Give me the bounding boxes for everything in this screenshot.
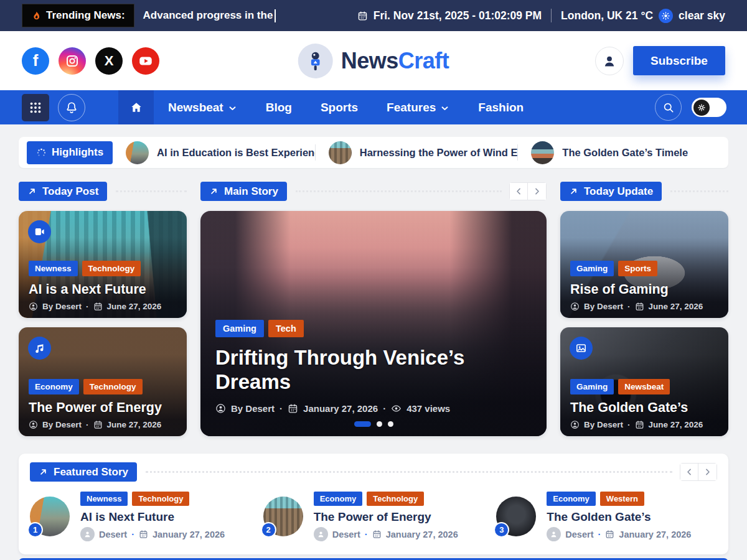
- main-story-card[interactable]: Gaming Tech Drifting Through Venice’s Dr…: [200, 211, 547, 436]
- nav-item-fashion[interactable]: Fashion: [464, 90, 538, 124]
- article-card-ai-next-future[interactable]: Newness Technology AI is a Next Future B…: [19, 211, 187, 318]
- user-account-button[interactable]: [595, 47, 624, 75]
- category-badge[interactable]: Technology: [132, 492, 189, 506]
- trending-headline[interactable]: Advanced progress in the: [143, 9, 276, 22]
- category-badge[interactable]: Economy: [547, 492, 596, 506]
- x-twitter-icon[interactable]: X: [95, 47, 123, 75]
- arrow-up-right-icon: [39, 467, 48, 477]
- ticker-item[interactable]: AI in Education is Best Experiences: [113, 141, 315, 164]
- ticker-item[interactable]: The Golden Gate’s Timele: [518, 141, 720, 164]
- highlights-button[interactable]: Highlights: [27, 141, 113, 164]
- nav-item-newsbeat[interactable]: Newsbeat: [154, 90, 251, 124]
- featured-thumbnail: 2: [263, 497, 303, 536]
- featured-item-1[interactable]: 1 Newness Technology AI is Next Future D…: [30, 492, 251, 541]
- search-button[interactable]: [655, 94, 682, 121]
- meta-separator: [131, 530, 134, 539]
- category-badge[interactable]: Newness: [29, 261, 78, 276]
- article-card-power-of-energy[interactable]: Economy Technology The Power of Energy B…: [19, 327, 187, 436]
- flame-icon: [31, 10, 40, 21]
- article-card-rise-of-gaming[interactable]: Gaming Sports Rise of Gaming By Desert J…: [560, 211, 728, 318]
- featured-item-3[interactable]: 3 Economy Western The Golden Gate’s Dese…: [496, 492, 717, 541]
- author-icon: [570, 302, 580, 311]
- section-divider: [146, 471, 672, 473]
- today-post-badge: Today Post: [19, 182, 107, 201]
- featured-story-badge: Featured Story: [30, 462, 137, 482]
- dark-mode-toggle[interactable]: [692, 98, 726, 117]
- section-title: Today Update: [584, 185, 653, 198]
- featured-body: Economy Western The Golden Gate’s Desert…: [547, 492, 691, 541]
- nav-label: Blog: [266, 101, 292, 114]
- logo-text: NewsCraft: [341, 48, 449, 74]
- category-badges: Economy Technology: [314, 492, 458, 506]
- apps-grid-button[interactable]: [22, 94, 49, 121]
- nav-item-sports[interactable]: Sports: [306, 90, 372, 124]
- nav-item-home[interactable]: [118, 90, 154, 124]
- category-badge[interactable]: Technology: [83, 379, 143, 394]
- nav-item-features[interactable]: Features: [372, 90, 464, 124]
- carousel-next-button[interactable]: [528, 183, 546, 200]
- card-content: Gaming Tech Drifting Through Venice’s Dr…: [215, 320, 532, 414]
- site-logo[interactable]: NewsCraft: [298, 44, 449, 78]
- card-content: Gaming Newsbeat The Golden Gate’s By Des…: [570, 379, 721, 429]
- calendar-icon: [372, 530, 382, 539]
- article-meta: By Desert June 27, 2026: [29, 420, 179, 429]
- featured-thumbnail: 1: [30, 497, 70, 536]
- today-post-heading: Today Post: [19, 182, 187, 201]
- article-title[interactable]: AI is a Next Future: [29, 282, 179, 297]
- category-badges: Newness Technology: [29, 261, 179, 276]
- category-badge[interactable]: Sports: [618, 261, 657, 276]
- article-title[interactable]: The Golden Gate’s: [547, 510, 691, 524]
- article-title[interactable]: The Power of Energy: [314, 510, 458, 524]
- section-divider: [670, 190, 728, 192]
- category-badge[interactable]: Newness: [80, 492, 128, 506]
- calendar-icon: [288, 403, 298, 414]
- notifications-button[interactable]: [58, 94, 85, 121]
- carousel-dot[interactable]: [388, 421, 393, 427]
- category-badge[interactable]: Gaming: [215, 320, 264, 337]
- datetime-text: Fri. Nov 21st, 2025 - 01:02:09 PM: [374, 9, 542, 22]
- publish-date: June 27, 2026: [649, 302, 703, 311]
- logo-text-accent: Craft: [398, 48, 449, 73]
- nav-item-blog[interactable]: Blog: [251, 90, 306, 124]
- nav-label: Features: [387, 101, 436, 114]
- carousel-dot[interactable]: [377, 421, 382, 427]
- meta-separator: [86, 302, 89, 311]
- topbar-divider: [551, 9, 552, 22]
- main-story-title[interactable]: Drifting Through Venice’s Dreams: [215, 345, 496, 394]
- featured-item-2[interactable]: 2 Economy Technology The Power of Energy…: [263, 492, 484, 541]
- youtube-icon[interactable]: [132, 47, 159, 75]
- article-title[interactable]: The Power of Energy: [29, 400, 179, 416]
- microphone-logo-icon: [298, 44, 333, 78]
- article-title[interactable]: AI is Next Future: [80, 510, 225, 524]
- subscribe-button[interactable]: Subscribe: [633, 46, 725, 75]
- carousel-prev-button[interactable]: [510, 183, 528, 200]
- trending-headline-text: Advanced progress in the: [143, 9, 273, 22]
- article-card-golden-gates[interactable]: Gaming Newsbeat The Golden Gate’s By Des…: [560, 327, 728, 436]
- author-name: By Desert: [42, 420, 82, 429]
- category-badge[interactable]: Gaming: [570, 261, 614, 276]
- category-badge[interactable]: Technology: [367, 492, 424, 506]
- author-avatar-icon: [547, 527, 561, 541]
- article-title[interactable]: Rise of Gaming: [570, 282, 721, 297]
- ticker-item[interactable]: Harnessing the Power of Wind Energy: [316, 141, 518, 164]
- instagram-icon[interactable]: [59, 47, 86, 75]
- meta-separator: [365, 530, 368, 539]
- category-badge[interactable]: Gaming: [570, 379, 614, 394]
- category-badge[interactable]: Newsbeat: [618, 379, 670, 394]
- category-badge[interactable]: Technology: [82, 261, 141, 276]
- featured-next-button[interactable]: [698, 464, 716, 480]
- weather-display: London, UK 21 °C clear sky: [561, 9, 725, 23]
- category-badge[interactable]: Economy: [29, 379, 79, 394]
- category-badge[interactable]: Economy: [314, 492, 363, 506]
- meta-separator: [383, 403, 386, 414]
- category-badge[interactable]: Western: [600, 492, 644, 506]
- article-title[interactable]: The Golden Gate’s: [570, 400, 721, 416]
- site-header: f X NewsCraft Subscribe: [0, 31, 747, 90]
- facebook-icon[interactable]: f: [22, 47, 49, 75]
- chevron-down-icon: [440, 104, 449, 113]
- category-badge[interactable]: Tech: [268, 320, 304, 337]
- featured-prev-button[interactable]: [680, 464, 698, 480]
- carousel-dot-active[interactable]: [354, 421, 371, 427]
- article-meta: By Desert June 27, 2026: [570, 302, 721, 311]
- chevron-down-icon: [228, 104, 237, 113]
